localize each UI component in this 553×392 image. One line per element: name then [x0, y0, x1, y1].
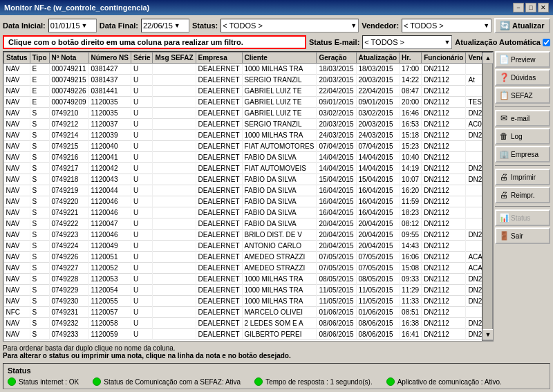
data-inicial-dropdown-icon[interactable]: ▼ [82, 22, 88, 29]
scroll-track[interactable] [482, 64, 492, 329]
table-cell: NAV [4, 152, 30, 163]
table-cell [153, 207, 196, 218]
reimpr-button[interactable]: 🖨Reimpr. [495, 187, 550, 203]
col-serie[interactable]: Série [131, 53, 153, 64]
table-row[interactable]: NAVS07492151120040UDEALERNETFIAT AUTOMOT… [4, 141, 482, 152]
auto-update-checkbox[interactable] [543, 39, 550, 46]
table-row[interactable]: NAVS07492191120044UDEALERNETFABIO DA SIL… [4, 185, 482, 196]
table-cell: NAV [4, 174, 30, 185]
status-combo[interactable]: < TODOS > ▼ [221, 19, 359, 32]
col-empresa[interactable]: Empresa [196, 53, 242, 64]
table-row[interactable]: NAVS07492301120055UDEALERNET1000 MILHAS … [4, 296, 482, 307]
data-final-field[interactable]: 22/06/15 ▼ [141, 19, 189, 32]
email-button[interactable]: ✉e-mail [495, 110, 550, 127]
sefaz-button[interactable]: 📋SEFAZ [495, 87, 550, 104]
table-cell: 1120035 [88, 108, 131, 119]
table-row[interactable]: NAVS07492221120047UDEALERNETFABIO DA SIL… [4, 218, 482, 230]
table-cell: 1120035 [88, 97, 131, 108]
table-cell: U [131, 130, 153, 141]
table-cell: 08/06/2015 [356, 329, 400, 340]
col-tipo[interactable]: Tipo [30, 53, 49, 64]
vertical-scrollbar[interactable]: ▲ ▼ [482, 52, 493, 341]
maximize-button[interactable]: □ [525, 3, 536, 12]
table-row[interactable]: NAVE0007492091120035UDEALERNETGABRIEL LU… [4, 97, 482, 108]
col-cliente[interactable]: Cliente [242, 53, 317, 64]
table-cell: E [30, 86, 49, 97]
status-dropdown-icon[interactable]: ▼ [350, 22, 357, 29]
table-cell: 03/02/2015 [317, 108, 356, 119]
col-numero-ns[interactable]: Número NS [88, 53, 131, 64]
table-row[interactable]: NAVS07492331120059UDEALERNETGILBERTO PER… [4, 329, 482, 340]
table-row[interactable]: NAVS07492281120053UDEALERNET1000 MILHAS … [4, 274, 482, 285]
minimize-button[interactable]: − [513, 3, 524, 12]
table-cell: DEALERNET [196, 75, 242, 86]
status-email-combo[interactable]: < TODOS > ▼ [362, 35, 452, 49]
vendedor-combo[interactable]: < TODOS > ▼ [402, 19, 491, 32]
table-cell: NAV [4, 97, 30, 108]
table-cell: DN2112 [422, 230, 466, 241]
sair-button[interactable]: 🚪Sair [495, 227, 550, 244]
table-row[interactable]: NAVS07492211120046UDEALERNETFABIO DA SIL… [4, 207, 482, 218]
col-status[interactable]: Status [4, 53, 30, 64]
table-cell: NAV [4, 329, 30, 340]
imprimir-button[interactable]: 🖨Imprimir [495, 169, 550, 185]
table-cell: DEALERNET [196, 241, 242, 252]
table-row[interactable]: NAVS07492321120058UDEALERNET2 LEDES SOM … [4, 318, 482, 329]
table-row[interactable]: NAVE0007492150381437UDEALERNETSERGIO TRA… [4, 75, 482, 86]
table-cell: 0749226 [49, 252, 88, 263]
close-button[interactable]: ✕ [538, 3, 549, 12]
scroll-down-button[interactable]: ▼ [482, 329, 493, 340]
table-row[interactable]: NAVE0007492110381427UDEALERNET1000 MILHA… [4, 64, 482, 75]
table-row[interactable]: NAVS07492161120041UDEALERNETFABIO DA SIL… [4, 152, 482, 163]
table-row[interactable]: NAVS07492181120043UDEALERNETFABIO DA SIL… [4, 174, 482, 185]
preview-button[interactable]: 📄Preview [495, 51, 550, 68]
table-cell: 11:59 [400, 196, 422, 207]
log-label: Log [511, 133, 523, 140]
table-row[interactable]: NAVS07492291120054UDEALERNET1000 MILHAS … [4, 285, 482, 296]
col-nota[interactable]: Nº Nota [49, 53, 88, 64]
table-cell: FABIO DA SILVA [242, 152, 317, 163]
atualizar-button[interactable]: 🔄 Atualizar [494, 18, 550, 33]
status-email-label: Status E-mail: [309, 38, 359, 46]
table-row[interactable]: NAVE0007492260381441UDEALERNETGABRIEL LU… [4, 86, 482, 97]
col-vendedor[interactable]: Vendedor [466, 53, 482, 64]
table-cell: 08/05/2015 [317, 274, 356, 285]
table-row[interactable]: NAVS07492241120049UDEALERNETANTONIO CARL… [4, 241, 482, 252]
col-msg-sefaz[interactable]: Msg SEFAZ [153, 53, 196, 64]
col-geracao[interactable]: Geração [317, 53, 356, 64]
log-button[interactable]: 🗑Log [495, 128, 550, 144]
table-cell: DEALERNET [196, 296, 242, 307]
table-row[interactable]: NAVS07492121120037UDEALERNETSERGIO TRANZ… [4, 119, 482, 130]
table-cell: NAV [4, 263, 30, 274]
empresa-button[interactable]: 🏢Empresa [495, 146, 550, 162]
table-row[interactable]: NAVS07492171120042UDEALERNETFIAT AUTOMOV… [4, 163, 482, 174]
table-cell: FABIO DA SILVA [242, 207, 317, 218]
table-cell: 24/03/2015 [317, 130, 356, 141]
status-email-dropdown-icon[interactable]: ▼ [444, 39, 450, 46]
table-cell: 1120059 [88, 329, 131, 340]
table-row[interactable]: NAVS07492271120052UDEALERNETAMEDEO STRAZ… [4, 263, 482, 274]
vendedor-dropdown-icon[interactable]: ▼ [483, 22, 489, 29]
data-final-dropdown-icon[interactable]: ▼ [174, 22, 180, 29]
table-row[interactable]: NAVS07492101120035UDEALERNETGABRIEL LUIZ… [4, 108, 482, 119]
window-controls[interactable]: − □ ✕ [513, 3, 549, 12]
table-cell: U [131, 86, 153, 97]
col-funcionario[interactable]: Funcionário [422, 53, 466, 64]
data-inicial-field[interactable]: 01/01/15 ▼ [48, 19, 97, 32]
table-cell: 0749212 [49, 119, 88, 130]
table-row[interactable]: NAVS07492261120051UDEALERNETAMEDEO STRAZ… [4, 252, 482, 263]
scroll-up-button[interactable]: ▲ [482, 53, 493, 64]
col-hr[interactable]: Hr. [400, 53, 422, 64]
table-cell: 0381437 [88, 75, 131, 86]
table-cell: 20/03/2015 [356, 75, 400, 86]
table-row[interactable]: NAVS07492231120046UDEALERNETBRILO DIST. … [4, 230, 482, 241]
table-row[interactable]: NAVS07492201120046UDEALERNETFABIO DA SIL… [4, 196, 482, 207]
table-row[interactable]: NAVS07492141120039UDEALERNET1000 MILHAS … [4, 130, 482, 141]
table-cell: S [30, 119, 49, 130]
table-scroll-area[interactable]: Status Tipo Nº Nota Número NS Série Msg … [3, 52, 482, 341]
table-cell [153, 130, 196, 141]
duvidas-button[interactable]: ❓Dúvidas [495, 69, 550, 86]
status-label: Status: [192, 21, 218, 30]
col-atualizacao[interactable]: Atualização [356, 53, 400, 64]
table-row[interactable]: NFCS07492311120057UDEALERNETMARCELO OLIV… [4, 307, 482, 318]
